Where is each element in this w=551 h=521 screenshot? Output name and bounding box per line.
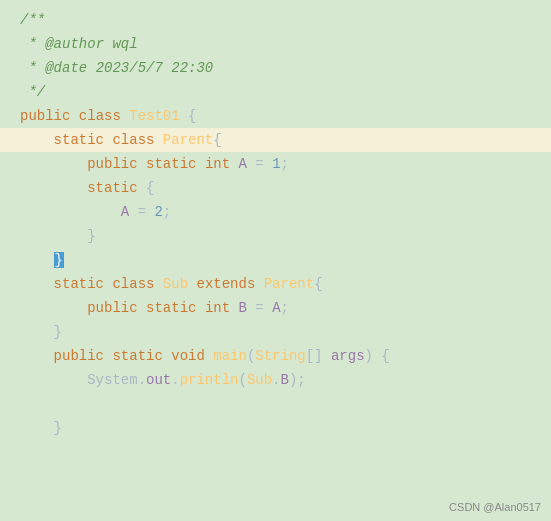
- code-line-3: * @date 2023/5/7 22:30: [0, 56, 551, 80]
- code-line-12: static class Sub extends Parent{: [0, 272, 551, 296]
- code-line-14: }: [0, 320, 551, 344]
- code-line-16: System.out.println(Sub.B);: [0, 368, 551, 392]
- code-text-9: A = 2;: [12, 201, 171, 223]
- code-line-17: [0, 392, 551, 416]
- code-line-10: }: [0, 224, 551, 248]
- code-text-10: }: [12, 225, 96, 247]
- code-text-7: public static int A = 1;: [12, 153, 289, 175]
- code-line-1: /**: [0, 8, 551, 32]
- code-line-15: public static void main(String[] args) {: [0, 344, 551, 368]
- code-line-18: }: [0, 416, 551, 440]
- code-text-3: * @date 2023/5/7 22:30: [12, 57, 213, 79]
- code-line-4: */: [0, 80, 551, 104]
- code-line-8: static {: [0, 176, 551, 200]
- code-text-11: }: [12, 249, 64, 271]
- code-text-6: static class Parent{: [12, 129, 222, 151]
- code-text-1: /**: [12, 9, 45, 31]
- code-editor: /** * @author wql * @date 2023/5/7 22:30…: [0, 0, 551, 521]
- code-line-9: A = 2;: [0, 200, 551, 224]
- code-line-2: * @author wql: [0, 32, 551, 56]
- code-text-2: * @author wql: [12, 33, 138, 55]
- code-text-17: [12, 393, 28, 415]
- code-line-6: static class Parent{: [0, 128, 551, 152]
- code-text-8: static {: [12, 177, 154, 199]
- code-text-15: public static void main(String[] args) {: [12, 345, 390, 367]
- code-line-11: }: [0, 248, 551, 272]
- code-line-7: public static int A = 1;: [0, 152, 551, 176]
- watermark: CSDN @Alan0517: [449, 501, 541, 513]
- code-text-4: */: [12, 81, 45, 103]
- code-text-16: System.out.println(Sub.B);: [12, 369, 306, 391]
- code-line-5: public class Test01 {: [0, 104, 551, 128]
- code-text-14: }: [12, 321, 62, 343]
- code-line-13: public static int B = A;: [0, 296, 551, 320]
- code-text-5: public class Test01 {: [12, 105, 196, 127]
- code-text-18: }: [12, 417, 62, 439]
- code-text-13: public static int B = A;: [12, 297, 289, 319]
- code-text-12: static class Sub extends Parent{: [12, 273, 323, 295]
